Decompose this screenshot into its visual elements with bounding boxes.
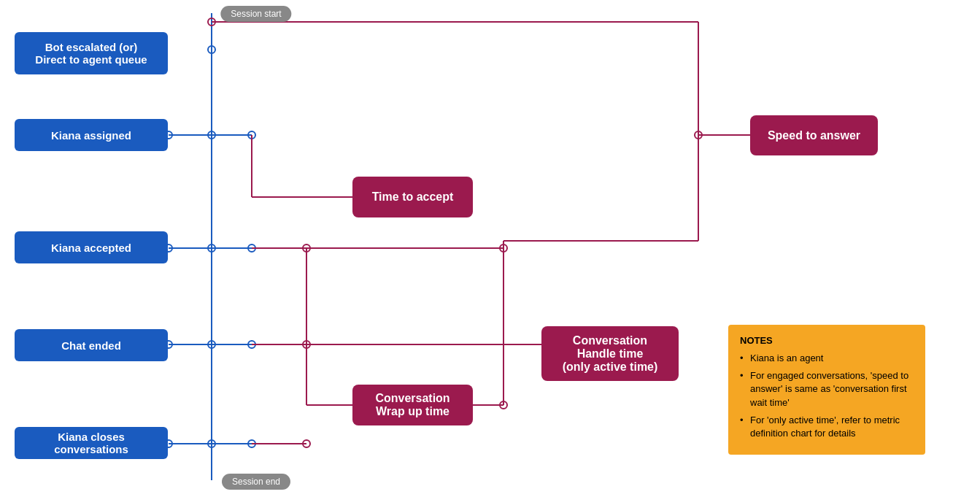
svg-point-21: [248, 440, 255, 447]
event-bot-escalated: Bot escalated (or) Direct to agent queue: [15, 32, 168, 74]
svg-point-19: [208, 440, 215, 447]
svg-point-30: [303, 244, 310, 252]
event-kiana-assigned: Kiana assigned: [15, 119, 168, 151]
svg-point-6: [248, 131, 255, 139]
notes-item-1: Kiana is an agent: [740, 352, 914, 365]
svg-point-23: [208, 18, 215, 26]
metric-conversation-wrap-up: Conversation Wrap up time: [352, 385, 473, 425]
event-chat-ended: Chat ended: [15, 329, 168, 361]
svg-point-34: [500, 244, 507, 252]
svg-point-36: [303, 341, 310, 348]
notes-box: NOTES Kiana is an agent For engaged conv…: [728, 325, 925, 455]
svg-point-14: [208, 341, 215, 348]
notes-list: Kiana is an agent For engaged conversati…: [740, 352, 914, 440]
notes-item-2: For engaged conversations, 'speed to ans…: [740, 369, 914, 409]
svg-point-42: [500, 401, 507, 409]
notes-item-3: For 'only active time', refer to metric …: [740, 414, 914, 440]
svg-point-1: [208, 46, 215, 53]
event-kiana-accepted: Kiana accepted: [15, 231, 168, 263]
event-kiana-closes: Kiana closes conversations: [15, 427, 168, 459]
diagram-container: Session start Session end Bot escalated …: [0, 0, 980, 497]
svg-point-11: [248, 244, 255, 252]
svg-point-40: [303, 440, 310, 447]
metric-speed-to-answer: Speed to answer: [750, 115, 878, 155]
metric-time-to-accept: Time to accept: [352, 177, 473, 217]
svg-point-26: [695, 131, 702, 139]
svg-point-4: [208, 131, 215, 139]
metric-conversation-handle-time: Conversation Handle time (only active ti…: [541, 326, 679, 381]
svg-point-9: [208, 244, 215, 252]
notes-title: NOTES: [740, 335, 914, 346]
session-start-label: Session start: [220, 6, 291, 22]
svg-point-16: [248, 341, 255, 348]
session-end-label: Session end: [222, 474, 290, 490]
